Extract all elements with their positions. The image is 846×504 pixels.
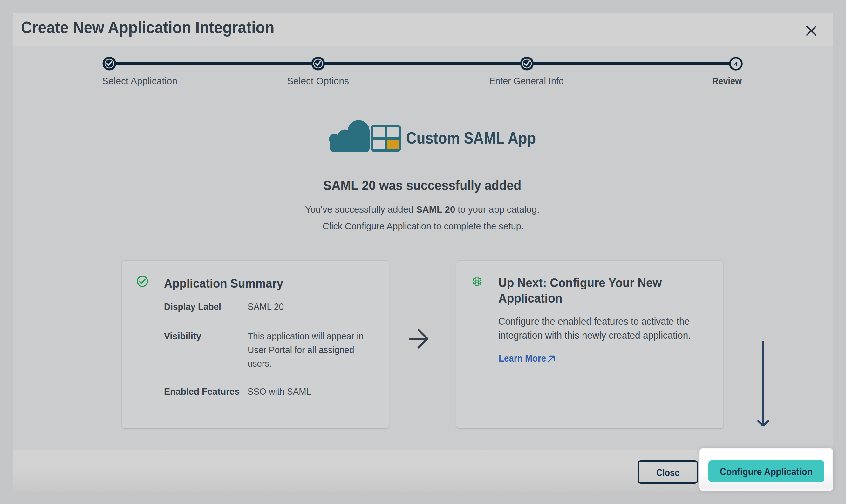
svg-text:4: 4: [734, 61, 738, 67]
